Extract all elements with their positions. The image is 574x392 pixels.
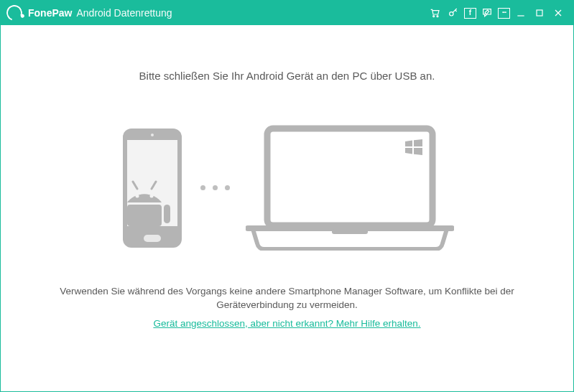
help-link[interactable]: Gerät angeschlossen, aber nicht erkannt?… xyxy=(153,318,420,329)
connection-dots-icon xyxy=(200,185,230,190)
svg-rect-4 xyxy=(537,10,542,16)
key-icon[interactable] xyxy=(445,5,461,21)
app-window: FonePaw Android Datenrettung f ··· Bitte… xyxy=(0,0,574,392)
facebook-icon[interactable]: f xyxy=(464,8,476,19)
svg-point-14 xyxy=(150,194,154,197)
connection-illustration xyxy=(120,125,454,251)
svg-marker-18 xyxy=(405,141,412,147)
windows-laptop-icon xyxy=(246,125,454,251)
titlebar: FonePaw Android Datenrettung f ··· xyxy=(1,1,573,25)
svg-marker-19 xyxy=(414,139,422,146)
svg-point-0 xyxy=(433,16,435,17)
instruction-text: Bitte schließen Sie Ihr Android Gerät an… xyxy=(139,70,435,82)
fonepaw-logo-icon xyxy=(4,2,24,23)
app-subtitle: Android Datenrettung xyxy=(76,7,172,19)
cart-icon[interactable] xyxy=(427,5,443,21)
android-phone-icon xyxy=(120,127,185,249)
svg-marker-21 xyxy=(414,148,422,155)
svg-rect-15 xyxy=(127,205,162,226)
menu-icon[interactable]: ··· xyxy=(498,8,510,19)
svg-point-9 xyxy=(151,134,154,136)
minimize-button[interactable] xyxy=(513,5,529,21)
svg-rect-10 xyxy=(144,235,161,242)
app-brand: FonePaw xyxy=(28,7,72,19)
svg-rect-22 xyxy=(332,229,368,234)
main-content: Bitte schließen Sie Ihr Android Gerät an… xyxy=(1,25,573,391)
svg-rect-16 xyxy=(164,205,170,223)
svg-point-2 xyxy=(450,12,453,16)
close-button[interactable] xyxy=(550,5,566,21)
feedback-icon[interactable] xyxy=(479,5,495,21)
svg-marker-20 xyxy=(405,148,412,154)
svg-point-13 xyxy=(136,194,139,197)
warning-text: Verwenden Sie während des Vorgangs keine… xyxy=(57,285,517,312)
maximize-button[interactable] xyxy=(532,5,547,21)
svg-point-1 xyxy=(437,16,438,17)
